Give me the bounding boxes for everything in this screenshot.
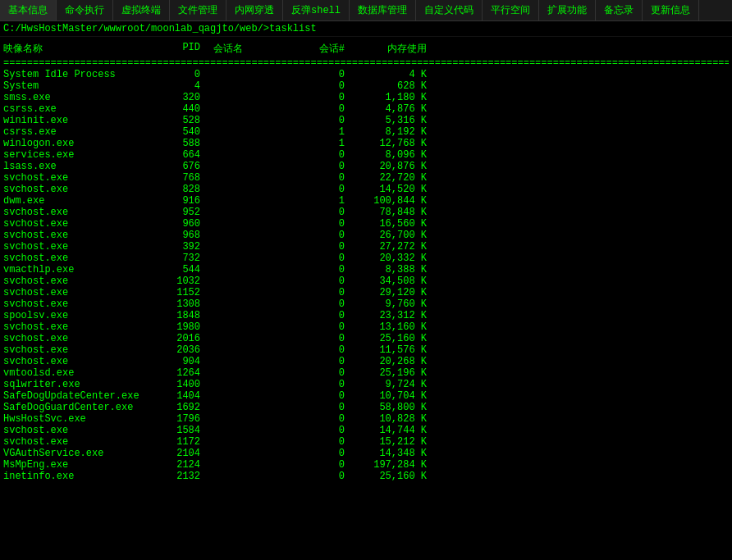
process-memory: 23,312 K bbox=[345, 310, 427, 321]
process-pid: 1308 bbox=[151, 298, 200, 310]
process-session-num: 0 bbox=[295, 436, 345, 448]
process-memory: 628 K bbox=[345, 80, 427, 92]
process-session-num: 0 bbox=[295, 379, 345, 390]
process-name: svchost.exe bbox=[3, 287, 151, 298]
terminal: 映像名称 PID 会话名 会话# 内存使用 ==================… bbox=[0, 37, 732, 556]
process-memory: 9,760 K bbox=[345, 298, 427, 310]
process-session bbox=[213, 448, 295, 459]
nav-tab-4[interactable]: 内网穿透 bbox=[226, 0, 283, 20]
nav-tab-7[interactable]: 自定义代码 bbox=[416, 0, 483, 20]
process-session-num: 0 bbox=[295, 218, 345, 230]
process-name: smss.exe bbox=[3, 92, 151, 103]
table-row: svchost.exe1172015,212 K bbox=[3, 436, 729, 448]
process-memory: 9,724 K bbox=[345, 379, 427, 390]
table-row: sqlwriter.exe140009,724 K bbox=[3, 379, 729, 390]
process-session-num: 0 bbox=[295, 161, 345, 172]
process-session-num: 0 bbox=[295, 356, 345, 367]
process-session-num: 0 bbox=[295, 69, 345, 80]
process-session-num: 0 bbox=[295, 103, 345, 115]
process-pid: 320 bbox=[151, 92, 200, 103]
process-session bbox=[213, 310, 295, 321]
process-session-num: 0 bbox=[295, 172, 345, 184]
nav-tab-8[interactable]: 平行空间 bbox=[483, 0, 539, 20]
nav-tab-1[interactable]: 命令执行 bbox=[57, 0, 113, 20]
process-memory: 16,560 K bbox=[345, 218, 427, 230]
nav-tab-9[interactable]: 扩展功能 bbox=[539, 0, 596, 20]
process-memory: 8,192 K bbox=[345, 126, 427, 138]
process-name: svchost.exe bbox=[3, 321, 151, 333]
process-session-num: 0 bbox=[295, 241, 345, 253]
process-session-num: 0 bbox=[295, 471, 345, 482]
nav-tab-2[interactable]: 虚拟终端 bbox=[113, 0, 170, 20]
process-session bbox=[213, 356, 295, 367]
process-memory: 8,096 K bbox=[345, 149, 427, 161]
process-session-num: 0 bbox=[295, 448, 345, 459]
table-row: wininit.exe52805,316 K bbox=[3, 115, 729, 126]
nav-tab-0[interactable]: 基本信息 bbox=[0, 0, 57, 20]
process-pid: 392 bbox=[151, 241, 200, 253]
process-session bbox=[213, 161, 295, 172]
process-name: inetinfo.exe bbox=[3, 471, 151, 482]
process-session-num: 0 bbox=[295, 344, 345, 356]
process-name: System Idle Process bbox=[3, 69, 151, 80]
process-session bbox=[213, 218, 295, 230]
process-memory: 10,828 K bbox=[345, 413, 427, 425]
process-session bbox=[213, 184, 295, 195]
table-row: svchost.exe1980013,160 K bbox=[3, 321, 729, 333]
process-session bbox=[213, 264, 295, 275]
process-memory: 20,876 K bbox=[345, 161, 427, 172]
process-memory: 8,388 K bbox=[345, 264, 427, 275]
process-pid: 1692 bbox=[151, 402, 200, 413]
process-list: System Idle Process004 KSystem40628 Ksms… bbox=[3, 69, 729, 482]
process-memory: 20,332 K bbox=[345, 253, 427, 264]
nav-tab-3[interactable]: 文件管理 bbox=[170, 0, 226, 20]
process-pid: 1796 bbox=[151, 413, 200, 425]
process-memory: 27,272 K bbox=[345, 241, 427, 253]
process-pid: 1172 bbox=[151, 436, 200, 448]
process-session-num: 0 bbox=[295, 425, 345, 436]
process-session bbox=[213, 379, 295, 390]
table-row: dwm.exe9161100,844 K bbox=[3, 195, 729, 207]
process-session-num: 0 bbox=[295, 367, 345, 379]
process-name: svchost.exe bbox=[3, 344, 151, 356]
process-memory: 20,268 K bbox=[345, 356, 427, 367]
table-row: MsMpEng.exe21240197,284 K bbox=[3, 459, 729, 471]
process-session-num: 0 bbox=[295, 264, 345, 275]
path-text: C:/HwsHostMaster/wwwroot/moonlab_qagjto/… bbox=[3, 23, 317, 34]
process-pid: 588 bbox=[151, 138, 200, 149]
process-memory: 5,316 K bbox=[345, 115, 427, 126]
process-memory: 78,848 K bbox=[345, 207, 427, 218]
process-pid: 1264 bbox=[151, 367, 200, 379]
process-session bbox=[213, 390, 295, 402]
process-name: csrss.exe bbox=[3, 103, 151, 115]
table-row: svchost.exe732020,332 K bbox=[3, 253, 729, 264]
process-session-num: 0 bbox=[295, 253, 345, 264]
nav-tab-10[interactable]: 备忘录 bbox=[596, 0, 643, 20]
process-name: svchost.exe bbox=[3, 184, 151, 195]
header-mem: 内存使用 bbox=[345, 42, 427, 56]
process-pid: 904 bbox=[151, 356, 200, 367]
table-row: winlogon.exe588112,768 K bbox=[3, 138, 729, 149]
process-session-num: 0 bbox=[295, 310, 345, 321]
table-row: svchost.exe2016025,160 K bbox=[3, 333, 729, 344]
process-name: svchost.exe bbox=[3, 298, 151, 310]
process-session bbox=[213, 471, 295, 482]
process-memory: 12,768 K bbox=[345, 138, 427, 149]
process-name: dwm.exe bbox=[3, 195, 151, 207]
nav-tab-11[interactable]: 更新信息 bbox=[643, 0, 699, 20]
top-nav: 基本信息命令执行虚拟终端文件管理内网穿透反弹shell数据库管理自定义代码平行空… bbox=[0, 0, 732, 21]
process-name: svchost.exe bbox=[3, 218, 151, 230]
table-row: svchost.exe828014,520 K bbox=[3, 184, 729, 195]
process-name: services.exe bbox=[3, 149, 151, 161]
table-row: svchost.exe952078,848 K bbox=[3, 207, 729, 218]
nav-tab-5[interactable]: 反弹shell bbox=[283, 0, 350, 20]
process-session-num: 0 bbox=[295, 80, 345, 92]
process-memory: 197,284 K bbox=[345, 459, 427, 471]
process-session bbox=[213, 149, 295, 161]
process-name: SafeDogUpdateCenter.exe bbox=[3, 390, 151, 402]
table-row: HwsHostSvc.exe1796010,828 K bbox=[3, 413, 729, 425]
process-pid: 2132 bbox=[151, 471, 200, 482]
nav-tab-6[interactable]: 数据库管理 bbox=[350, 0, 416, 20]
process-session bbox=[213, 253, 295, 264]
table-row: vmtoolsd.exe1264025,196 K bbox=[3, 367, 729, 379]
